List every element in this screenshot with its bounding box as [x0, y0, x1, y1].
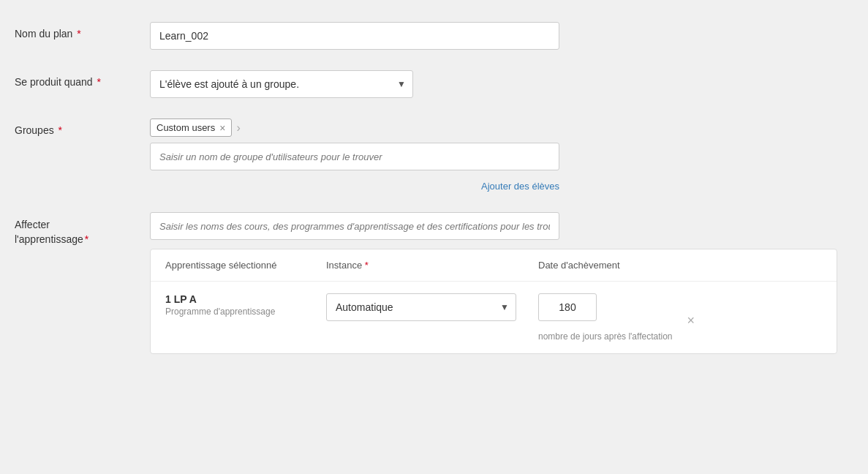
required-star-2: * — [94, 76, 101, 88]
instance-cell: Automatique Instance 1 Instance 2 ▼ — [326, 293, 538, 321]
assign-label: Affecter l'apprentissage* — [15, 212, 150, 247]
trigger-content: L'élève est ajouté à un groupe. L'élève … — [150, 70, 853, 98]
instance-select-wrapper: Automatique Instance 1 Instance 2 ▼ — [326, 293, 516, 321]
plan-name-input[interactable] — [150, 22, 559, 50]
col-instance-header: Instance * — [326, 260, 538, 271]
custom-users-tag: Custom users × — [150, 118, 232, 137]
learning-type: Programme d'apprentissage — [165, 306, 326, 317]
assign-row: Affecter l'apprentissage* Apprentissage … — [15, 212, 853, 354]
tag-close-icon[interactable]: × — [219, 123, 225, 133]
plan-name-label: Nom du plan * — [15, 22, 150, 40]
table-header: Apprentissage sélectionné Instance * Dat… — [151, 249, 837, 282]
tag-arrow-icon[interactable]: › — [236, 121, 240, 135]
plan-name-content — [150, 22, 853, 50]
col-learning-header: Apprentissage sélectionné — [165, 260, 326, 271]
required-star: * — [74, 28, 80, 40]
assign-content: Apprentissage sélectionné Instance * Dat… — [150, 212, 853, 354]
learning-search-input[interactable] — [150, 212, 559, 240]
tag-row: Custom users × › — [150, 118, 853, 137]
learning-table: Apprentissage sélectionné Instance * Dat… — [150, 249, 837, 354]
date-input[interactable] — [538, 293, 597, 321]
learning-cell: 1 LP A Programme d'apprentissage — [165, 293, 326, 317]
table-row: 1 LP A Programme d'apprentissage Automat… — [151, 282, 837, 353]
learning-name: 1 LP A — [165, 293, 326, 305]
add-students-link[interactable]: Ajouter des élèves — [150, 181, 559, 192]
col-date-header: Date d'achèvement — [538, 260, 822, 271]
groups-search-input[interactable] — [150, 143, 559, 170]
plan-name-row: Nom du plan * — [15, 22, 853, 50]
days-label: nombre de jours après l'affectation — [538, 331, 673, 342]
trigger-label: Se produit quand * — [15, 70, 150, 88]
date-cell: nombre de jours après l'affectation × — [538, 293, 822, 342]
trigger-select-wrapper: L'élève est ajouté à un groupe. L'élève … — [150, 70, 413, 98]
row-delete-icon[interactable]: × — [687, 313, 695, 328]
required-star-4: * — [85, 233, 88, 245]
page-container: Nom du plan * Se produit quand * L'élève… — [0, 0, 868, 474]
days-col: nombre de jours après l'affectation — [538, 293, 673, 342]
tag-label: Custom users — [156, 122, 215, 133]
required-star-3: * — [56, 124, 62, 136]
instance-required-star: * — [362, 260, 369, 271]
groups-content: Custom users × › Ajouter des élèves — [150, 118, 853, 192]
instance-select[interactable]: Automatique Instance 1 Instance 2 — [326, 293, 516, 321]
trigger-select[interactable]: L'élève est ajouté à un groupe. L'élève … — [150, 70, 413, 98]
groups-row: Groupes * Custom users × › Ajouter des é… — [15, 118, 853, 192]
form-section: Nom du plan * Se produit quand * L'élève… — [15, 22, 853, 354]
groups-label: Groupes * — [15, 118, 150, 136]
trigger-row: Se produit quand * L'élève est ajouté à … — [15, 70, 853, 98]
